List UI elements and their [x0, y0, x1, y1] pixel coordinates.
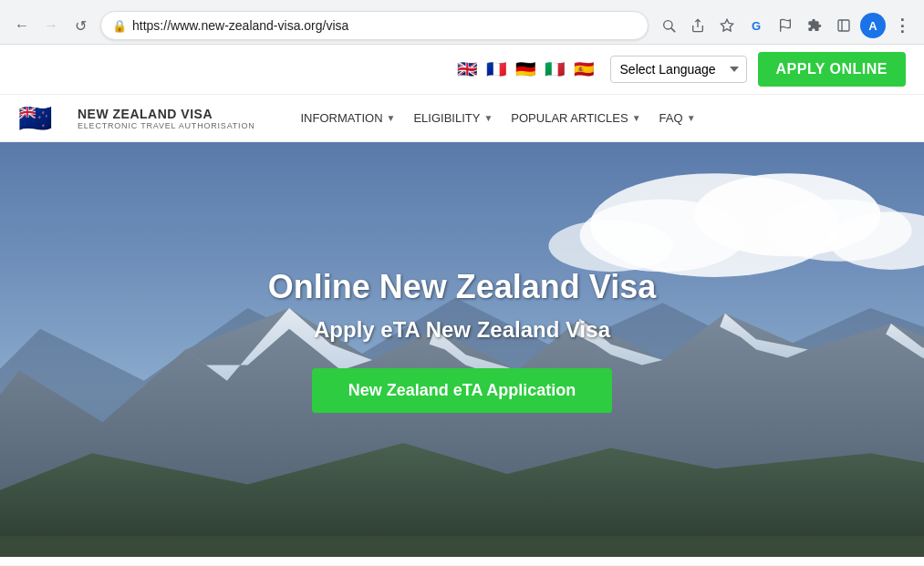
svg-marker-3 [721, 19, 732, 31]
nav-label-information: INFORMATION [301, 111, 383, 125]
profile-button[interactable]: A [860, 13, 886, 38]
nav-label-faq: FAQ [659, 111, 683, 125]
flag-icons: 🇬🇧 🇫🇷 🇩🇪 🇮🇹 🇪🇸 [457, 61, 599, 77]
browser-icons: G A ⋮ [656, 13, 915, 38]
nav-buttons: ← → ↺ [9, 13, 93, 38]
nav-item-faq[interactable]: FAQ ▼ [659, 111, 696, 125]
browser-chrome: ← → ↺ 🔒 https://www.new-zealand-visa.org… [0, 0, 924, 45]
eta-application-button[interactable]: New Zealand eTA Application [312, 368, 612, 413]
navbar: 🇳🇿 NEW ZEALAND VISA ELECTRONIC TRAVEL AU… [0, 95, 924, 142]
logo-text: NEW ZEALAND VISA ELECTRONIC TRAVEL AUTHO… [78, 107, 255, 130]
svg-line-1 [671, 28, 675, 32]
address-bar[interactable]: 🔒 https://www.new-zealand-visa.org/visa [100, 11, 649, 40]
logo-subtitle: ELECTRONIC TRAVEL AUTHORISATION [78, 121, 255, 130]
google-translate-btn[interactable]: G [743, 13, 769, 38]
nav-label-eligibility: ELIGIBILITY [413, 111, 480, 125]
back-button[interactable]: ← [9, 13, 35, 38]
browser-toolbar: ← → ↺ 🔒 https://www.new-zealand-visa.org… [9, 7, 915, 44]
share-icon-btn[interactable] [685, 13, 711, 38]
hero-subtitle: Apply eTA New Zealand Visa [268, 317, 656, 343]
forward-button[interactable]: → [38, 13, 64, 38]
popular-articles-dropdown-icon: ▼ [632, 113, 641, 123]
sidebar-btn[interactable] [831, 13, 857, 38]
apply-online-button[interactable]: APPLY ONLINE [758, 52, 906, 87]
hero-title: Online New Zealand Visa [268, 268, 656, 306]
search-icon-btn[interactable] [656, 13, 681, 38]
faq-dropdown-icon: ▼ [687, 113, 696, 123]
logo-title: NEW ZEALAND VISA [78, 107, 255, 121]
flag-btn[interactable] [773, 13, 798, 38]
nav-item-eligibility[interactable]: ELIGIBILITY ▼ [413, 111, 493, 125]
svg-rect-5 [838, 20, 849, 31]
svg-rect-22 [0, 536, 924, 557]
lang-select-wrap: Select Language English French German It… [610, 56, 747, 83]
extensions-btn[interactable] [802, 13, 827, 38]
nav-label-popular-articles: POPULAR ARTICLES [511, 111, 628, 125]
logo-flag-icon: 🇳🇿 [18, 102, 68, 134]
menu-button[interactable]: ⋮ [889, 13, 915, 38]
hero-content: Online New Zealand Visa Apply eTA New Ze… [268, 268, 656, 413]
hero-section: Online New Zealand Visa Apply eTA New Ze… [0, 142, 924, 557]
reload-button[interactable]: ↺ [67, 13, 93, 38]
nav-item-information[interactable]: INFORMATION ▼ [301, 111, 396, 125]
flag-de[interactable]: 🇩🇪 [515, 61, 541, 77]
flag-uk[interactable]: 🇬🇧 [457, 61, 483, 77]
nav-links: INFORMATION ▼ ELIGIBILITY ▼ POPULAR ARTI… [301, 111, 696, 125]
bookmark-icon-btn[interactable] [714, 13, 740, 38]
information-dropdown-icon: ▼ [387, 113, 396, 123]
lock-icon: 🔒 [112, 19, 127, 33]
nav-item-popular-articles[interactable]: POPULAR ARTICLES ▼ [511, 111, 640, 125]
language-select[interactable]: Select Language English French German It… [610, 56, 747, 83]
top-lang-bar: 🇬🇧 🇫🇷 🇩🇪 🇮🇹 🇪🇸 Select Language English F… [0, 45, 924, 95]
svg-point-12 [548, 220, 673, 272]
flag-fr[interactable]: 🇫🇷 [486, 61, 512, 77]
eligibility-dropdown-icon: ▼ [483, 113, 493, 123]
url-text: https://www.new-zealand-visa.org/visa [132, 18, 637, 33]
logo-area: 🇳🇿 NEW ZEALAND VISA ELECTRONIC TRAVEL AU… [18, 102, 255, 134]
flag-it[interactable]: 🇮🇹 [545, 61, 570, 77]
flag-es[interactable]: 🇪🇸 [574, 61, 599, 77]
website-content: 🇬🇧 🇫🇷 🇩🇪 🇮🇹 🇪🇸 Select Language English F… [0, 45, 924, 565]
